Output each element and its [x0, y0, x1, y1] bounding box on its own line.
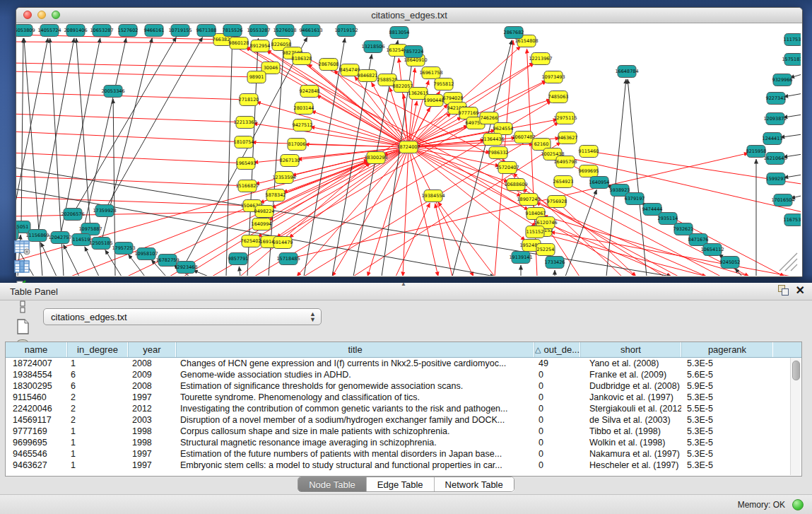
table-row[interactable]: 977716911998Corpus callosum shape and si… — [6, 426, 801, 437]
citation-edge[interactable] — [780, 134, 801, 137]
graph-node[interactable]: 8267130 — [280, 155, 300, 167]
cell-in_degree[interactable]: 1 — [67, 460, 128, 471]
graph-node[interactable]: 8186328 — [292, 53, 312, 65]
cell-title[interactable]: Corpus callosum shape and size in male p… — [176, 426, 534, 437]
graph-node[interactable]: 9245052 — [720, 257, 741, 269]
cell-short[interactable]: Jankovic et al. (1997) — [580, 392, 681, 403]
graph-node[interactable]: 20891406 — [64, 25, 87, 37]
table-selector-dropdown[interactable]: citations_edges.txt ▲▼ — [43, 308, 322, 325]
graph-node[interactable]: 9699695 — [579, 165, 599, 177]
citation-edge[interactable] — [239, 267, 240, 276]
column-header-pagerank[interactable]: pagerank — [681, 342, 773, 357]
citation-edge[interactable] — [41, 243, 57, 276]
citation-edge[interactable] — [246, 47, 678, 276]
graph-node[interactable]: 1733426 — [545, 257, 565, 269]
cell-short[interactable]: Nakamura et al. (1997) — [580, 448, 681, 460]
cell-out_de[interactable]: 0 — [534, 437, 580, 448]
cell-short[interactable]: de Silva et al. (2003) — [580, 414, 681, 426]
graph-node[interactable]: 1244413 — [763, 133, 783, 145]
table-row[interactable]: 1872400712008Changes of HCN gene express… — [6, 358, 801, 369]
table-row[interactable]: 946554611997Estimation of the future num… — [6, 448, 801, 460]
graph-node[interactable]: 7955812 — [434, 78, 454, 90]
graph-node[interactable]: 9756928 — [547, 196, 567, 208]
citation-edge[interactable] — [289, 151, 404, 238]
citation-edge[interactable] — [71, 160, 369, 276]
splitter-handle-icon[interactable]: ▲ — [401, 281, 406, 287]
scrollbar-thumb[interactable] — [792, 361, 800, 380]
graph-node[interactable]: 2654923 — [553, 176, 574, 188]
table-panel-titlebar[interactable]: ▲ Table Panel ✕ — [0, 283, 812, 300]
cell-year[interactable]: 1998 — [128, 437, 176, 448]
graph-node[interactable]: 1810754 — [234, 136, 254, 148]
tab-edge-table[interactable]: Edge Table — [366, 477, 434, 491]
graph-node[interactable]: 9846821 — [358, 70, 378, 82]
graph-node[interactable]: 6379197 — [625, 193, 645, 205]
citation-edge[interactable] — [16, 93, 243, 100]
table-row[interactable]: 1830029562008Estimation of significance … — [6, 380, 801, 392]
graph-node[interactable]: 16648784 — [615, 66, 638, 78]
cell-year[interactable]: 1997 — [128, 448, 176, 460]
cell-year[interactable]: 2008 — [128, 380, 176, 392]
column-header-year[interactable]: year — [128, 342, 176, 357]
graph-node[interactable]: 17016504 — [771, 194, 794, 206]
graph-node[interactable]: 19384554 — [421, 190, 445, 202]
cell-out_de[interactable]: 0 — [534, 380, 580, 392]
graph-node[interactable]: 8813054 — [389, 27, 410, 39]
table-row[interactable]: 969969511998Structural magnetic resonanc… — [6, 437, 801, 448]
table-vertical-scrollbar[interactable] — [790, 358, 801, 475]
graph-node[interactable]: 7932621 — [673, 223, 694, 235]
cell-title[interactable]: Estimation of significance thresholds fo… — [176, 380, 534, 392]
cell-in_degree[interactable]: 1 — [67, 437, 128, 448]
minimize-window-icon[interactable] — [37, 11, 46, 19]
citation-edge[interactable] — [16, 114, 240, 122]
cell-name[interactable]: 18724007 — [6, 358, 67, 369]
graph-node[interactable]: 18907243 — [517, 194, 540, 206]
cell-year[interactable]: 2008 — [128, 358, 176, 369]
citation-edge[interactable] — [16, 176, 242, 186]
cell-name[interactable]: 22420046 — [6, 403, 67, 414]
cell-name[interactable]: 9463627 — [6, 460, 67, 471]
graph-node[interactable]: 12213967 — [529, 53, 552, 65]
cell-short[interactable]: Stergiakouli et al. (2012) — [580, 403, 681, 414]
column-header-out_de[interactable]: △out_de... — [534, 342, 580, 357]
graph-node[interactable]: 98901 — [247, 71, 266, 83]
citation-edge[interactable] — [305, 144, 403, 147]
graph-node[interactable]: 9227341 — [766, 93, 787, 105]
graph-node[interactable]: 12975115 — [553, 112, 577, 124]
float-panel-icon[interactable] — [778, 285, 789, 296]
graph-node[interactable]: 20206576 — [61, 209, 84, 221]
cell-in_degree[interactable]: 2 — [67, 403, 128, 414]
graph-node[interactable]: 13218506 — [361, 41, 384, 53]
tab-node-table[interactable]: Node Table — [298, 477, 366, 491]
graph-node[interactable]: 114519 — [72, 234, 90, 246]
citation-edge[interactable] — [784, 174, 801, 177]
cell-pagerank[interactable]: 5.3E-5 — [681, 448, 773, 460]
graph-node[interactable]: 12505185 — [89, 238, 112, 250]
column-header-name[interactable]: name — [6, 342, 67, 357]
cell-pagerank[interactable]: 5.6E-5 — [681, 369, 773, 380]
graph-node[interactable]: 1990448 — [424, 95, 445, 107]
graph-node[interactable]: 5878342 — [266, 189, 286, 201]
graph-node[interactable]: 9242848 — [300, 86, 320, 98]
graph-node[interactable]: 12042757 — [48, 232, 71, 244]
cell-short[interactable]: Yano et al. (2008) — [580, 358, 681, 369]
graph-node[interactable]: 94661613 — [299, 25, 322, 37]
graph-node[interactable]: 9463627 — [558, 132, 578, 144]
cell-out_de[interactable]: 49 — [534, 358, 580, 369]
cell-year[interactable]: 1997 — [128, 392, 176, 403]
graph-node[interactable]: 18300295 — [364, 152, 387, 164]
graph-node[interactable]: 15166827 — [235, 180, 259, 192]
cell-year[interactable]: 1998 — [128, 426, 176, 437]
table-row[interactable]: 946362711997Embryonic stem cells: a mode… — [6, 460, 801, 471]
graph-node[interactable]: 16495798 — [553, 156, 577, 168]
cell-pagerank[interactable]: 5.3E-5 — [681, 460, 773, 471]
graph-node[interactable]: 1965493 — [236, 158, 257, 170]
column-header-short[interactable]: short — [580, 342, 681, 357]
citation-edge[interactable] — [16, 197, 247, 206]
cell-pagerank[interactable]: 5.3E-5 — [681, 392, 773, 403]
cell-short[interactable]: Tibbo et al. (1998) — [580, 426, 681, 437]
cell-pagerank[interactable]: 5.3E-5 — [681, 426, 773, 437]
cell-title[interactable]: Embryonic stem cells: a model to study s… — [176, 460, 534, 471]
cell-name[interactable]: 9115460 — [6, 392, 67, 403]
citation-edge[interactable] — [85, 247, 99, 276]
